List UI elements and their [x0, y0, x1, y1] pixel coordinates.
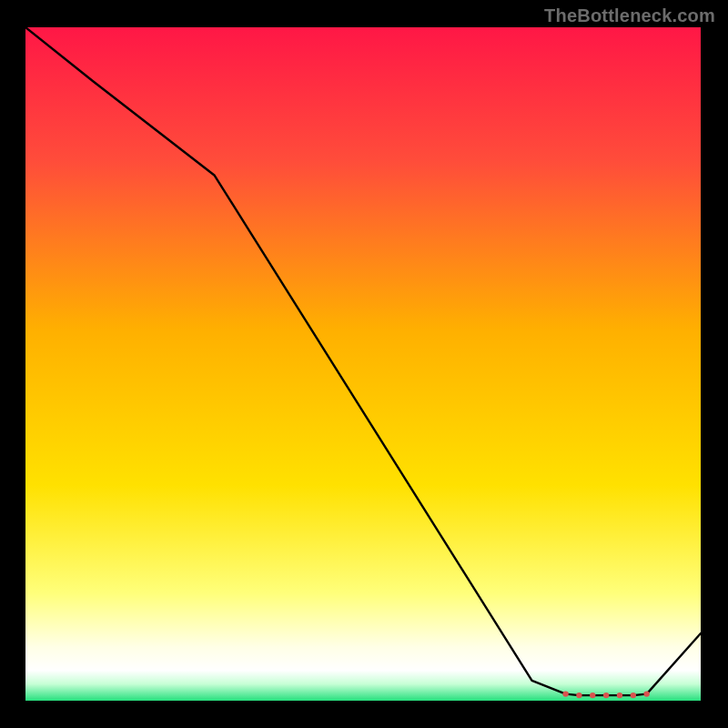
- optimal-point-marker: [617, 693, 622, 698]
- chart-svg: [25, 27, 701, 701]
- optimal-point-marker: [631, 693, 636, 698]
- optimal-point-marker: [603, 693, 609, 698]
- plot-area: [25, 27, 701, 701]
- optimal-point-marker: [590, 693, 595, 698]
- optimal-point-marker: [643, 691, 649, 696]
- watermark-text: TheBottleneck.com: [544, 5, 715, 26]
- chart-stage: TheBottleneck.com: [0, 0, 728, 728]
- gradient-background: [25, 27, 701, 701]
- optimal-point-marker: [562, 691, 568, 696]
- optimal-point-marker: [576, 693, 581, 698]
